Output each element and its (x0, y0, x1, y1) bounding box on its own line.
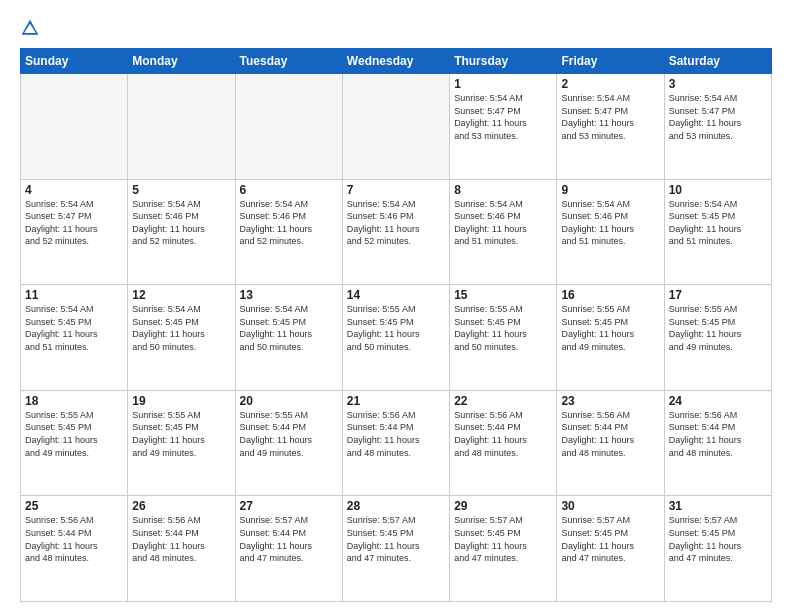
table-row: 11Sunrise: 5:54 AM Sunset: 5:45 PM Dayli… (21, 285, 128, 391)
day-number: 28 (347, 499, 445, 513)
day-number: 14 (347, 288, 445, 302)
day-number: 21 (347, 394, 445, 408)
day-info: Sunrise: 5:55 AM Sunset: 5:45 PM Dayligh… (347, 303, 445, 353)
day-number: 22 (454, 394, 552, 408)
table-row: 5Sunrise: 5:54 AM Sunset: 5:46 PM Daylig… (128, 179, 235, 285)
day-info: Sunrise: 5:54 AM Sunset: 5:45 PM Dayligh… (669, 198, 767, 248)
table-row: 6Sunrise: 5:54 AM Sunset: 5:46 PM Daylig… (235, 179, 342, 285)
day-number: 11 (25, 288, 123, 302)
day-number: 13 (240, 288, 338, 302)
day-number: 17 (669, 288, 767, 302)
table-row: 17Sunrise: 5:55 AM Sunset: 5:45 PM Dayli… (664, 285, 771, 391)
day-number: 29 (454, 499, 552, 513)
table-row: 1Sunrise: 5:54 AM Sunset: 5:47 PM Daylig… (450, 74, 557, 180)
table-row: 10Sunrise: 5:54 AM Sunset: 5:45 PM Dayli… (664, 179, 771, 285)
day-info: Sunrise: 5:55 AM Sunset: 5:45 PM Dayligh… (561, 303, 659, 353)
day-number: 6 (240, 183, 338, 197)
day-info: Sunrise: 5:54 AM Sunset: 5:45 PM Dayligh… (240, 303, 338, 353)
col-monday: Monday (128, 49, 235, 74)
table-row: 20Sunrise: 5:55 AM Sunset: 5:44 PM Dayli… (235, 390, 342, 496)
day-number: 12 (132, 288, 230, 302)
table-row: 8Sunrise: 5:54 AM Sunset: 5:46 PM Daylig… (450, 179, 557, 285)
table-row: 2Sunrise: 5:54 AM Sunset: 5:47 PM Daylig… (557, 74, 664, 180)
day-info: Sunrise: 5:54 AM Sunset: 5:46 PM Dayligh… (240, 198, 338, 248)
day-info: Sunrise: 5:54 AM Sunset: 5:45 PM Dayligh… (25, 303, 123, 353)
week-row-1: 1Sunrise: 5:54 AM Sunset: 5:47 PM Daylig… (21, 74, 772, 180)
week-row-5: 25Sunrise: 5:56 AM Sunset: 5:44 PM Dayli… (21, 496, 772, 602)
day-number: 31 (669, 499, 767, 513)
day-info: Sunrise: 5:56 AM Sunset: 5:44 PM Dayligh… (347, 409, 445, 459)
day-info: Sunrise: 5:54 AM Sunset: 5:47 PM Dayligh… (561, 92, 659, 142)
day-info: Sunrise: 5:56 AM Sunset: 5:44 PM Dayligh… (669, 409, 767, 459)
table-row: 18Sunrise: 5:55 AM Sunset: 5:45 PM Dayli… (21, 390, 128, 496)
day-info: Sunrise: 5:57 AM Sunset: 5:45 PM Dayligh… (669, 514, 767, 564)
day-number: 5 (132, 183, 230, 197)
day-number: 8 (454, 183, 552, 197)
day-number: 30 (561, 499, 659, 513)
calendar-table: Sunday Monday Tuesday Wednesday Thursday… (20, 48, 772, 602)
col-friday: Friday (557, 49, 664, 74)
col-saturday: Saturday (664, 49, 771, 74)
day-info: Sunrise: 5:57 AM Sunset: 5:44 PM Dayligh… (240, 514, 338, 564)
table-row: 25Sunrise: 5:56 AM Sunset: 5:44 PM Dayli… (21, 496, 128, 602)
header (20, 18, 772, 38)
day-number: 18 (25, 394, 123, 408)
table-row: 29Sunrise: 5:57 AM Sunset: 5:45 PM Dayli… (450, 496, 557, 602)
day-info: Sunrise: 5:55 AM Sunset: 5:44 PM Dayligh… (240, 409, 338, 459)
table-row: 3Sunrise: 5:54 AM Sunset: 5:47 PM Daylig… (664, 74, 771, 180)
table-row (21, 74, 128, 180)
table-row: 27Sunrise: 5:57 AM Sunset: 5:44 PM Dayli… (235, 496, 342, 602)
day-number: 24 (669, 394, 767, 408)
week-row-4: 18Sunrise: 5:55 AM Sunset: 5:45 PM Dayli… (21, 390, 772, 496)
day-number: 15 (454, 288, 552, 302)
day-number: 20 (240, 394, 338, 408)
day-info: Sunrise: 5:57 AM Sunset: 5:45 PM Dayligh… (561, 514, 659, 564)
table-row (235, 74, 342, 180)
day-info: Sunrise: 5:56 AM Sunset: 5:44 PM Dayligh… (25, 514, 123, 564)
table-row: 31Sunrise: 5:57 AM Sunset: 5:45 PM Dayli… (664, 496, 771, 602)
day-number: 4 (25, 183, 123, 197)
col-sunday: Sunday (21, 49, 128, 74)
table-row: 14Sunrise: 5:55 AM Sunset: 5:45 PM Dayli… (342, 285, 449, 391)
day-info: Sunrise: 5:56 AM Sunset: 5:44 PM Dayligh… (454, 409, 552, 459)
logo-icon (20, 18, 40, 38)
day-info: Sunrise: 5:55 AM Sunset: 5:45 PM Dayligh… (25, 409, 123, 459)
calendar-header-row: Sunday Monday Tuesday Wednesday Thursday… (21, 49, 772, 74)
page: Sunday Monday Tuesday Wednesday Thursday… (0, 0, 792, 612)
day-number: 2 (561, 77, 659, 91)
day-info: Sunrise: 5:54 AM Sunset: 5:46 PM Dayligh… (454, 198, 552, 248)
day-info: Sunrise: 5:54 AM Sunset: 5:46 PM Dayligh… (132, 198, 230, 248)
col-tuesday: Tuesday (235, 49, 342, 74)
week-row-3: 11Sunrise: 5:54 AM Sunset: 5:45 PM Dayli… (21, 285, 772, 391)
day-info: Sunrise: 5:57 AM Sunset: 5:45 PM Dayligh… (454, 514, 552, 564)
table-row (128, 74, 235, 180)
day-info: Sunrise: 5:54 AM Sunset: 5:46 PM Dayligh… (561, 198, 659, 248)
day-number: 26 (132, 499, 230, 513)
week-row-2: 4Sunrise: 5:54 AM Sunset: 5:47 PM Daylig… (21, 179, 772, 285)
day-info: Sunrise: 5:55 AM Sunset: 5:45 PM Dayligh… (669, 303, 767, 353)
table-row (342, 74, 449, 180)
table-row: 16Sunrise: 5:55 AM Sunset: 5:45 PM Dayli… (557, 285, 664, 391)
day-info: Sunrise: 5:54 AM Sunset: 5:47 PM Dayligh… (454, 92, 552, 142)
day-info: Sunrise: 5:54 AM Sunset: 5:47 PM Dayligh… (25, 198, 123, 248)
table-row: 19Sunrise: 5:55 AM Sunset: 5:45 PM Dayli… (128, 390, 235, 496)
table-row: 23Sunrise: 5:56 AM Sunset: 5:44 PM Dayli… (557, 390, 664, 496)
table-row: 12Sunrise: 5:54 AM Sunset: 5:45 PM Dayli… (128, 285, 235, 391)
day-number: 27 (240, 499, 338, 513)
table-row: 15Sunrise: 5:55 AM Sunset: 5:45 PM Dayli… (450, 285, 557, 391)
day-number: 9 (561, 183, 659, 197)
col-thursday: Thursday (450, 49, 557, 74)
logo (20, 18, 44, 38)
table-row: 13Sunrise: 5:54 AM Sunset: 5:45 PM Dayli… (235, 285, 342, 391)
table-row: 24Sunrise: 5:56 AM Sunset: 5:44 PM Dayli… (664, 390, 771, 496)
table-row: 9Sunrise: 5:54 AM Sunset: 5:46 PM Daylig… (557, 179, 664, 285)
table-row: 21Sunrise: 5:56 AM Sunset: 5:44 PM Dayli… (342, 390, 449, 496)
table-row: 26Sunrise: 5:56 AM Sunset: 5:44 PM Dayli… (128, 496, 235, 602)
day-info: Sunrise: 5:55 AM Sunset: 5:45 PM Dayligh… (132, 409, 230, 459)
col-wednesday: Wednesday (342, 49, 449, 74)
day-number: 16 (561, 288, 659, 302)
table-row: 30Sunrise: 5:57 AM Sunset: 5:45 PM Dayli… (557, 496, 664, 602)
table-row: 28Sunrise: 5:57 AM Sunset: 5:45 PM Dayli… (342, 496, 449, 602)
day-info: Sunrise: 5:54 AM Sunset: 5:46 PM Dayligh… (347, 198, 445, 248)
day-info: Sunrise: 5:55 AM Sunset: 5:45 PM Dayligh… (454, 303, 552, 353)
